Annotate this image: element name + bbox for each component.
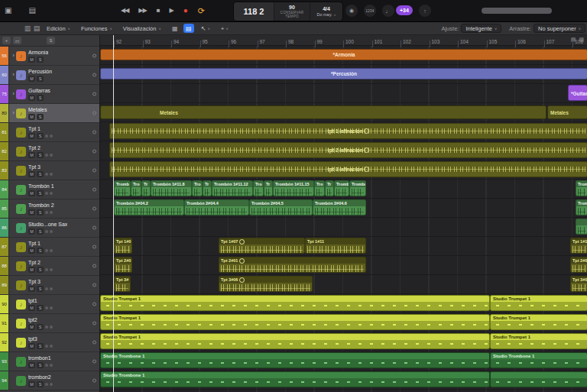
global-solo-button[interactable]: S (47, 37, 55, 44)
region-tpt-1-07[interactable]: Tpt 1#07 (219, 238, 305, 254)
lane-studio-one-sax-86[interactable] (100, 218, 587, 237)
solo-button[interactable]: S (37, 114, 44, 120)
track-state-icon[interactable] (92, 341, 96, 345)
region-tr[interactable]: Tr (141, 180, 151, 196)
region-tromb[interactable]: Tromb (576, 180, 587, 196)
track-state-icon[interactable] (92, 150, 96, 154)
region-percusi-n[interactable]: *Percusión (100, 68, 587, 79)
mute-button[interactable]: M (28, 133, 35, 139)
notification-badge[interactable]: +34 (396, 5, 413, 15)
region-studio-trumpet-1[interactable]: Studio Trumpet 1 (100, 333, 490, 349)
track-header-tpt-3-83[interactable]: 83♪Tpt 3MS (0, 161, 99, 180)
track-header-metales-80[interactable]: 80›♪MetalesMS (0, 104, 99, 123)
mute-button[interactable]: M (28, 76, 35, 82)
mute-button[interactable]: M (28, 286, 35, 292)
track-state-icon[interactable] (92, 54, 96, 58)
input-monitor-icon[interactable] (50, 211, 53, 214)
record-enable-icon[interactable] (45, 173, 48, 176)
lane-tpt-1-81[interactable]: tpt 1 /afinacion (100, 122, 587, 141)
mute-button[interactable]: M (28, 362, 35, 368)
region-metales[interactable]: Metales (547, 105, 587, 119)
lane-metales-80[interactable]: MetalesMetales (100, 103, 587, 122)
input-monitor-icon[interactable] (50, 345, 53, 348)
mute-button[interactable]: M (28, 248, 35, 254)
solo-button[interactable]: S (37, 228, 44, 235)
region-tromb-n-1[interactable]: Trombón 1 (349, 180, 366, 196)
menu-edicion[interactable]: Edición ∨ (41, 25, 76, 32)
region-tromb-n-1-11-12[interactable]: Trombón 1#11.12 (212, 180, 253, 196)
metronome-icon[interactable]: ♩ (382, 5, 394, 17)
region-tro[interactable]: Tro (192, 180, 203, 196)
solo-button[interactable]: S (37, 248, 44, 254)
input-monitor-icon[interactable] (50, 326, 53, 329)
mute-button[interactable]: M (28, 209, 35, 215)
lane-tpt-3-89[interactable]: Tpt 3#Tpt 3#06Tpt 3#0 (100, 275, 587, 294)
region-tromb[interactable]: Trombó (334, 180, 349, 196)
track-header-trombon1-93[interactable]: 93♪trombon1MS (0, 352, 99, 371)
track-header-tpt-3-89[interactable]: 89♪Tpt 3MS (0, 276, 99, 295)
region-tromb-n-2-04-4[interactable]: Trombón 2#04.4 (184, 199, 249, 215)
disclosure-icon[interactable]: › (11, 110, 16, 116)
record-enable-icon[interactable] (45, 154, 48, 157)
region-tpt-2-01[interactable]: Tpt 2#01 (219, 257, 366, 273)
region-studio-trumpet-1[interactable]: Studio Trumpet 1 (490, 333, 587, 349)
record-enable-icon[interactable] (45, 345, 48, 348)
add-track-button[interactable]: + (2, 37, 11, 44)
input-monitor-icon[interactable] (50, 154, 53, 157)
lane-tpt2-91[interactable]: Studio Trumpet 1Studio Trumpet 1 (100, 313, 587, 332)
snap-dropdown[interactable]: Inteligente ∨ (461, 24, 501, 33)
solo-button[interactable]: S (37, 190, 44, 196)
record-enable-icon[interactable] (45, 211, 48, 214)
input-monitor-icon[interactable] (50, 383, 53, 386)
track-header-tpt-1-87[interactable]: 87♪Tpt 1MS (0, 238, 99, 257)
record-button[interactable]: ● (183, 0, 188, 21)
lcd-display[interactable]: 118 2 90 CONSERVAR TEMPO 4/4 Do may. ∨ (233, 2, 343, 21)
mute-button[interactable]: M (28, 228, 35, 235)
stop-button[interactable]: ■ (157, 0, 160, 21)
rewind-button[interactable]: ◀◀ (121, 0, 128, 21)
lane-tpt3-92[interactable]: Studio Trumpet 1Studio Trumpet 1 (100, 332, 587, 352)
region-armon-a[interactable]: *Armonía (100, 49, 587, 60)
track-state-icon[interactable] (92, 360, 96, 364)
solo-button[interactable]: S (37, 343, 44, 349)
input-monitor-icon[interactable] (50, 249, 53, 252)
mute-button[interactable]: M (28, 57, 35, 63)
track-state-icon[interactable] (92, 73, 96, 77)
pointer-tool-selector[interactable]: ↖ ∨ (197, 25, 214, 32)
track-header-tpt-2-82[interactable]: 82♪Tpt 2MS (0, 142, 99, 161)
mute-button[interactable]: M (28, 190, 35, 196)
solo-button[interactable]: S (37, 152, 44, 158)
tuner-icon[interactable]: ◉ (345, 5, 358, 17)
region-studio-trumpet-1[interactable]: Studio Trumpet 1 (100, 314, 490, 330)
track-header-tpt-1-81[interactable]: 81♪Tpt 1MS (0, 123, 99, 142)
track-header-tpt3-92[interactable]: 92♪tpt3MS (0, 333, 99, 352)
region-studio-trumpet-1[interactable]: Studio Trumpet 1 (490, 295, 587, 311)
region-tr[interactable]: Tr (325, 180, 334, 196)
track-header-tpt2-91[interactable]: 91♪tpt2MS (0, 314, 99, 333)
list-view-icon[interactable]: ▤ (183, 24, 194, 33)
region-tpt-2-0[interactable]: Tpt 2#0 (114, 257, 132, 273)
panel-toggle-icon[interactable]: ▣ (5, 0, 11, 21)
solo-button[interactable]: S (37, 171, 44, 177)
region-tro[interactable]: Tro (131, 180, 141, 196)
record-enable-icon[interactable] (45, 326, 48, 329)
region-tromb-n-2-04-6[interactable]: Trombón 2#04.6 (313, 199, 366, 215)
track-header-tromb-n-1-84[interactable]: 84♪Trombón 1MS (0, 180, 99, 199)
lane-percusi-n-60[interactable]: *Percusión (100, 65, 587, 84)
track-state-icon[interactable] (92, 264, 96, 268)
mute-button[interactable]: M (28, 267, 35, 273)
mixer-icon[interactable]: ▤ (28, 0, 35, 21)
region-tpt-1-0[interactable]: Tpt 1#0 (114, 238, 132, 254)
playhead[interactable] (113, 35, 114, 392)
track-state-icon[interactable] (92, 188, 96, 192)
lane-tromb-n-2-85[interactable]: Trombón 2#04.2Trombón 2#04.4Trombón 2#04… (100, 199, 587, 218)
mute-button[interactable]: M (28, 343, 35, 349)
track-header-guitarras-75[interactable]: 75›♪GuitarrasMS (0, 85, 99, 104)
mute-button[interactable]: M (28, 152, 35, 158)
region-tromb-n-1-11-15[interactable]: Trombón 1#11.15 (273, 180, 314, 196)
region-metales[interactable]: Metales (100, 105, 546, 119)
solo-button[interactable]: S (37, 76, 44, 82)
track-header-tpt1-90[interactable]: 90♪tpt1MS (0, 295, 99, 314)
record-enable-icon[interactable] (45, 230, 48, 233)
record-enable-icon[interactable] (45, 192, 48, 195)
